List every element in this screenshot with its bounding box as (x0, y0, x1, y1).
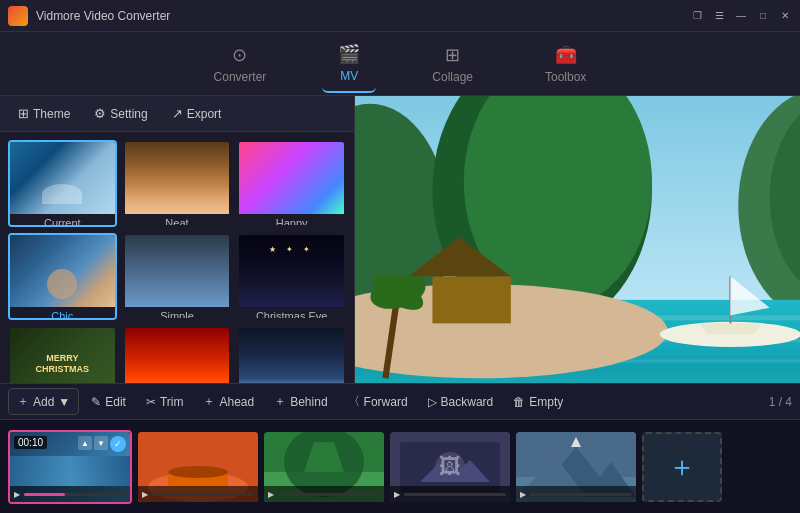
page-count: 1 / 4 (769, 395, 792, 409)
nav-collage[interactable]: ⊞ Collage (416, 36, 489, 92)
export-tab[interactable]: ↗ Export (162, 102, 232, 125)
window-help-btn[interactable]: ❐ (690, 9, 704, 23)
add-label: Add (33, 395, 54, 409)
theme-christmas-eve[interactable]: Christmas Eve (237, 233, 346, 320)
clip-4-bottom: ▶ (390, 486, 510, 502)
nav-mv-label: MV (340, 69, 358, 83)
theme-christmas-eve-label: Christmas Eve (239, 307, 344, 320)
theme-label: Theme (33, 107, 70, 121)
clip-1-bottom: ▶ (10, 486, 130, 502)
bottom-timeline: ＋ Add ▼ ✎ Edit ✂ Trim ＋ Ahead ＋ Behind 〈 (0, 383, 800, 513)
behind-label: Behind (290, 395, 327, 409)
setting-tab[interactable]: ⚙ Setting (84, 102, 157, 125)
clip-1-down[interactable]: ▼ (94, 436, 108, 450)
svg-marker-15 (699, 323, 762, 334)
edit-button[interactable]: ✎ Edit (83, 391, 134, 413)
clip-5[interactable]: ▶ (516, 432, 636, 502)
nav-collage-label: Collage (432, 70, 473, 84)
clip-1-play[interactable]: ▶ (14, 490, 20, 499)
theme-icon: ⊞ (18, 106, 29, 121)
svg-rect-12 (432, 276, 510, 323)
trash-icon: 🗑 (513, 395, 525, 409)
window-close-btn[interactable]: ✕ (778, 9, 792, 23)
clip-5-bottom: ▶ (516, 486, 636, 502)
app-logo (8, 6, 28, 26)
theme-simple-label: Simple (125, 307, 230, 320)
window-maximize-btn[interactable]: □ (756, 9, 770, 23)
sub-toolbar: ⊞ Theme ⚙ Setting ↗ Export (0, 96, 354, 132)
ahead-label: Ahead (219, 395, 254, 409)
add-icon: ＋ (17, 393, 29, 410)
clip-2-bottom: ▶ (138, 486, 258, 502)
clip-1-up[interactable]: ▲ (78, 436, 92, 450)
theme-happy-label: Happy (239, 214, 344, 227)
clip-3-progress (278, 493, 380, 496)
ahead-icon: ＋ (203, 393, 215, 410)
edit-icon: ✎ (91, 395, 101, 409)
clip-1-progress-fill (24, 493, 65, 496)
theme-current[interactable]: Current (8, 140, 117, 227)
add-clip-icon: ＋ (668, 448, 696, 486)
behind-button[interactable]: ＋ Behind (266, 389, 335, 414)
timeline-toolbar: ＋ Add ▼ ✎ Edit ✂ Trim ＋ Ahead ＋ Behind 〈 (0, 384, 800, 420)
nav-toolbox-label: Toolbox (545, 70, 586, 84)
export-label: Export (187, 107, 222, 121)
add-arrow: ▼ (58, 395, 70, 409)
theme-tab[interactable]: ⊞ Theme (8, 102, 80, 125)
clip-1[interactable]: 00:10 ▲ ▼ ✓ ▶ (8, 430, 132, 504)
top-nav: ⊙ Converter 🎬 MV ⊞ Collage 🧰 Toolbox (0, 32, 800, 96)
window-menu-btn[interactable]: ☰ (712, 9, 726, 23)
forward-label: Forward (364, 395, 408, 409)
window-minimize-btn[interactable]: — (734, 9, 748, 23)
clip-4-progress (404, 493, 506, 496)
clip-1-progress (24, 493, 126, 496)
clip-1-controls: ▲ ▼ ✓ (78, 436, 126, 452)
edit-label: Edit (105, 395, 126, 409)
setting-label: Setting (110, 107, 147, 121)
theme-simple[interactable]: Simple (123, 233, 232, 320)
nav-toolbox[interactable]: 🧰 Toolbox (529, 36, 602, 92)
backward-label: Backward (441, 395, 494, 409)
forward-icon: 〈 (348, 393, 360, 410)
ahead-button[interactable]: ＋ Ahead (195, 389, 262, 414)
trim-button[interactable]: ✂ Trim (138, 391, 192, 413)
forward-button[interactable]: 〈 Forward (340, 389, 416, 414)
converter-icon: ⊙ (232, 44, 247, 66)
clip-2[interactable]: ▶ (138, 432, 258, 502)
theme-chic-label: Chic (10, 307, 115, 320)
main-content: ⊞ Theme ⚙ Setting ↗ Export Current Nea (0, 96, 800, 513)
export-icon: ↗ (172, 106, 183, 121)
clip-5-progress (530, 493, 632, 496)
theme-neat[interactable]: Neat (123, 140, 232, 227)
trim-icon: ✂ (146, 395, 156, 409)
clip-3-play[interactable]: ▶ (268, 490, 274, 499)
timeline-clips: 00:10 ▲ ▼ ✓ ▶ (0, 420, 800, 513)
empty-label: Empty (529, 395, 563, 409)
empty-button[interactable]: 🗑 Empty (505, 391, 571, 413)
clip-4[interactable]: 🖼 ▶ (390, 432, 510, 502)
trim-label: Trim (160, 395, 184, 409)
add-button[interactable]: ＋ Add ▼ (8, 388, 79, 415)
nav-converter-label: Converter (214, 70, 267, 84)
clip-1-check[interactable]: ✓ (110, 436, 126, 452)
backward-button[interactable]: ▷ Backward (420, 391, 502, 413)
clip-2-play[interactable]: ▶ (142, 490, 148, 499)
clip-4-play[interactable]: ▶ (394, 490, 400, 499)
theme-neat-label: Neat (125, 214, 230, 227)
theme-current-label: Current (10, 214, 115, 227)
toolbox-icon: 🧰 (555, 44, 577, 66)
add-clip-button[interactable]: ＋ (642, 432, 722, 502)
theme-happy[interactable]: Happy (237, 140, 346, 227)
window-controls[interactable]: ❐ ☰ — □ ✕ (690, 9, 792, 23)
clip-3[interactable]: ▶ (264, 432, 384, 502)
setting-icon: ⚙ (94, 106, 106, 121)
collage-icon: ⊞ (445, 44, 460, 66)
backward-icon: ▷ (428, 395, 437, 409)
theme-chic[interactable]: ✓ Chic (8, 233, 117, 320)
svg-point-24 (168, 466, 228, 478)
clip-3-bottom: ▶ (264, 486, 384, 502)
clip-5-play[interactable]: ▶ (520, 490, 526, 499)
nav-mv[interactable]: 🎬 MV (322, 35, 376, 93)
clip-1-time: 00:10 (14, 436, 47, 449)
nav-converter[interactable]: ⊙ Converter (198, 36, 283, 92)
